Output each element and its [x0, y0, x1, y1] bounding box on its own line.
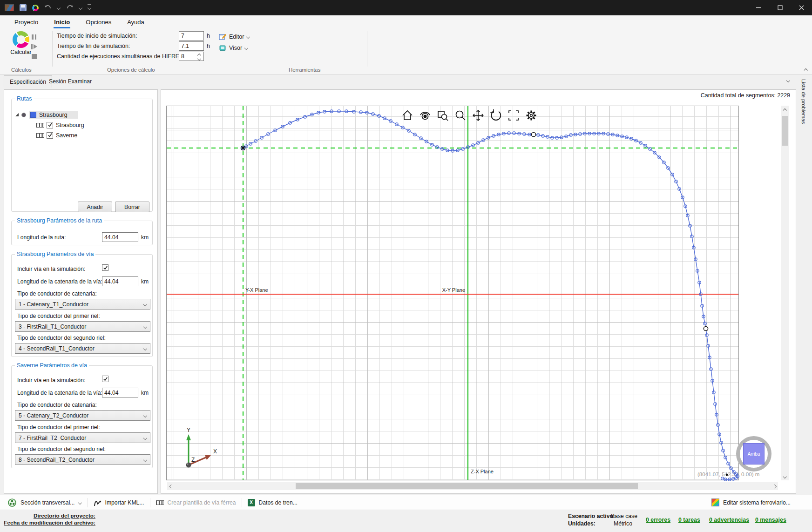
tab-opciones[interactable]: Opciones — [79, 15, 118, 29]
axis-z-label: Z — [191, 457, 195, 463]
plot-canvas[interactable]: Y-X Plane X-Y Plane Z-X Plane Arriba (80… — [166, 106, 739, 480]
problem-list-label: Lista de problemas — [801, 79, 806, 124]
spin-down-icon[interactable] — [198, 57, 201, 60]
vertical-scroll-thumb[interactable] — [782, 116, 788, 146]
route-params-title: Strasbourg Parámetros de la ruta — [15, 217, 104, 224]
viewer-dropdown-chevron-icon[interactable] — [245, 47, 248, 49]
catenary-type-label: Tipo de conductor de catenaria: — [17, 290, 97, 297]
hifreq-runs-input[interactable]: 8 — [179, 52, 204, 61]
editor-button[interactable]: Editor — [219, 32, 250, 41]
train-data-button[interactable]: X Datos de tren... — [248, 499, 298, 506]
catenary-length-label: Longitud de la catenaria de la vía: — [17, 390, 102, 396]
undo-icon[interactable] — [44, 5, 52, 11]
nav-cube-up-face[interactable]: Arriba — [743, 443, 765, 465]
redo-dropdown-chevron-icon[interactable] — [79, 6, 82, 9]
close-button[interactable] — [791, 0, 812, 15]
units-value: Métrico — [614, 520, 632, 527]
pan-icon[interactable] — [471, 108, 485, 122]
delete-route-button[interactable]: Borrar — [115, 202, 149, 212]
import-kml-button[interactable]: Importar KML... — [93, 498, 144, 507]
tab-proyecto[interactable]: Proyecto — [7, 15, 45, 29]
errors-link[interactable]: 0 errores — [646, 517, 670, 523]
tree-item-strasbourg[interactable]: Strasbourg — [36, 121, 84, 129]
catenary-type-value: 1 - Catenary_T1_Conductor — [19, 301, 88, 308]
route-color-swatch — [30, 112, 36, 118]
ribbon-collapse-chevron-icon[interactable] — [805, 68, 807, 71]
orbit-eye-icon[interactable] — [418, 108, 432, 122]
track-template-button[interactable]: Crear plantilla de vía férrea — [156, 499, 236, 506]
warnings-link[interactable]: 0 advertencias — [709, 517, 749, 523]
track-template-label: Crear plantilla de vía férrea — [168, 499, 236, 506]
catenary-length-unit: km — [141, 390, 149, 396]
tasks-link[interactable]: 0 tareas — [678, 517, 700, 523]
problem-list-side-tab[interactable]: Lista de problemas — [801, 75, 812, 495]
step-button[interactable] — [30, 43, 38, 50]
first-rail-combobox[interactable]: 3 - FirstRail_T1_Conductor — [15, 321, 150, 332]
combo-chevron-icon[interactable] — [144, 303, 147, 306]
add-route-button[interactable]: Añadir — [78, 202, 112, 212]
second-rail-combobox[interactable]: 8 - SecondRail_T2_Conductor — [15, 454, 150, 465]
vertical-scrollbar[interactable] — [781, 106, 789, 480]
catenary-type-combobox[interactable]: 1 - Catenary_T1_Conductor — [15, 299, 150, 310]
scroll-down-icon[interactable] — [784, 475, 786, 478]
combo-chevron-icon[interactable] — [144, 325, 147, 328]
scroll-left-icon[interactable] — [169, 485, 172, 488]
edit-railway-button[interactable]: Editar sistema ferroviario... — [711, 498, 791, 506]
track-checkbox[interactable] — [47, 132, 53, 139]
hifreq-runs-label: Cantidad de ejecuciones simultáneas de H… — [57, 52, 185, 61]
hifreq-spinner[interactable] — [196, 52, 202, 61]
include-track-checkbox[interactable] — [102, 264, 108, 271]
combo-chevron-icon[interactable] — [144, 458, 147, 461]
zoom-window-icon[interactable] — [436, 108, 449, 122]
viewer-button[interactable]: Visor — [219, 43, 248, 53]
zoom-icon[interactable] — [453, 108, 467, 122]
scroll-up-icon[interactable] — [784, 108, 786, 111]
tab-sesion-examinar[interactable]: Sesión Examinar — [43, 75, 97, 88]
calculate-button[interactable] — [13, 31, 29, 48]
quick-access-customize-icon[interactable] — [88, 6, 91, 9]
catenary-length-input[interactable]: 44.04 — [102, 388, 138, 397]
scroll-right-icon[interactable] — [773, 485, 776, 488]
pause-button[interactable] — [30, 33, 38, 40]
app-icon — [5, 4, 14, 11]
settings-gear-icon[interactable] — [524, 108, 538, 122]
tree-item-saverne[interactable]: Saverne — [36, 131, 77, 140]
combo-chevron-icon[interactable] — [144, 347, 147, 350]
route-length-input[interactable]: 44.04 — [102, 232, 138, 242]
home-icon[interactable] — [400, 108, 414, 122]
route-polyline-svg — [167, 106, 739, 481]
cross-section-chevron-icon[interactable] — [79, 501, 81, 504]
tree-expander-icon[interactable] — [15, 113, 19, 116]
tree-root-strasbourg[interactable]: Strasbourg — [15, 110, 78, 119]
fit-view-icon[interactable] — [507, 108, 520, 122]
first-rail-combobox[interactable]: 7 - FirstRail_T2_Conductor — [15, 432, 150, 443]
stop-button[interactable] — [30, 53, 38, 60]
combo-chevron-icon[interactable] — [144, 437, 147, 439]
horizontal-scrollbar[interactable] — [167, 482, 778, 490]
cross-section-icon — [7, 498, 17, 507]
include-track-checkbox[interactable] — [102, 376, 108, 382]
catenary-length-input[interactable]: 44.04 — [102, 276, 138, 286]
rotate-icon[interactable] — [489, 108, 502, 122]
combo-chevron-icon[interactable] — [144, 414, 147, 417]
second-rail-combobox[interactable]: 4 - SecondRail_T1_Conductor — [15, 343, 150, 354]
spin-up-icon[interactable] — [198, 53, 201, 56]
horizontal-scroll-thumb[interactable] — [296, 483, 638, 489]
minimize-button[interactable] — [748, 0, 769, 15]
messages-link[interactable]: 0 mensajes — [755, 517, 786, 523]
sim-start-input[interactable]: 7 — [179, 31, 204, 40]
redo-icon[interactable] — [66, 5, 74, 11]
editor-dropdown-chevron-icon[interactable] — [247, 35, 250, 38]
track-checkbox[interactable] — [47, 122, 53, 128]
tab-ayuda[interactable]: Ayuda — [120, 15, 151, 29]
maximize-button[interactable] — [769, 0, 791, 15]
save-icon[interactable] — [20, 4, 27, 11]
cross-section-button[interactable]: Sección transversal... — [7, 498, 81, 507]
tabstrip-chevron-icon[interactable] — [787, 79, 790, 82]
second-rail-value: 4 - SecondRail_T1_Conductor — [19, 345, 95, 352]
undo-dropdown-chevron-icon[interactable] — [57, 6, 61, 9]
catenary-type-combobox[interactable]: 5 - Catenary_T2_Conductor — [15, 410, 150, 421]
sim-end-input[interactable]: 7.1 — [179, 41, 204, 51]
tab-inicio[interactable]: Inicio — [47, 15, 77, 29]
hifreq-runs-value: 8 — [181, 53, 184, 60]
